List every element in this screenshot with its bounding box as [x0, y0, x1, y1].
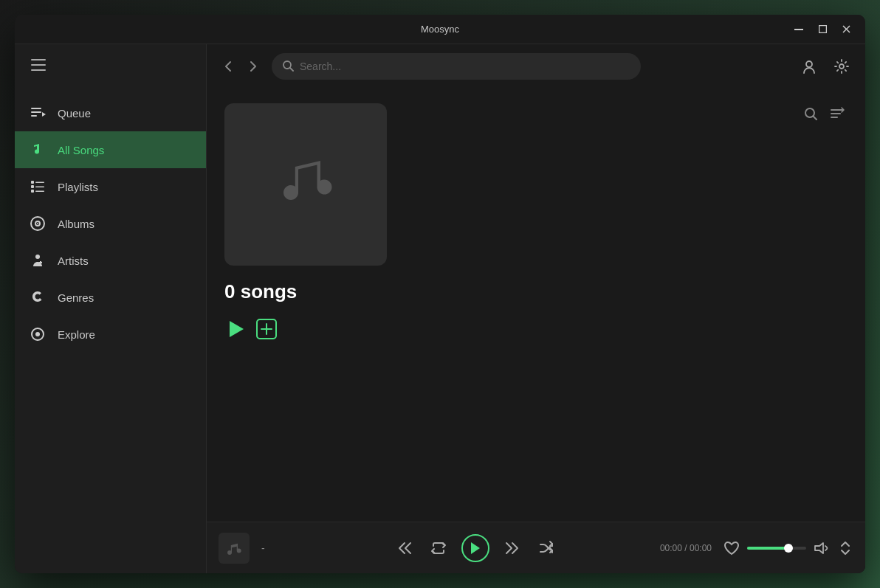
svg-marker-38	[471, 542, 480, 554]
sidebar-item-explore-label: Explore	[58, 328, 95, 341]
search-input[interactable]	[300, 60, 630, 72]
play-all-button[interactable]	[224, 318, 247, 340]
playlist-icon	[30, 179, 46, 195]
music-note-icon	[30, 142, 46, 158]
sidebar-item-queue[interactable]: Queue	[15, 94, 206, 131]
content-actions	[224, 318, 278, 340]
player-album-thumb	[219, 533, 250, 564]
topbar-actions	[797, 55, 853, 78]
add-to-queue-button[interactable]	[255, 318, 278, 340]
svg-point-19	[37, 223, 38, 224]
music-note-large-icon	[272, 145, 339, 225]
sidebar-item-queue-label: Queue	[58, 107, 91, 120]
album-icon	[30, 215, 46, 232]
svg-line-26	[290, 68, 293, 71]
svg-point-24	[35, 332, 40, 336]
sidebar-item-artists[interactable]: Artists	[15, 242, 206, 279]
svg-rect-4	[31, 59, 46, 60]
search-songs-button[interactable]	[800, 103, 821, 128]
svg-rect-15	[35, 187, 44, 188]
sidebar-item-albums-label: Albums	[58, 218, 94, 230]
player-play-button[interactable]	[461, 534, 489, 562]
svg-rect-0	[794, 29, 803, 30]
songs-count: 0 songs	[224, 280, 297, 303]
svg-line-30	[814, 117, 817, 120]
player-time: 00:00 / 00:00	[660, 543, 712, 553]
favorite-button[interactable]	[723, 540, 740, 556]
player-bar: -	[207, 522, 865, 573]
svg-rect-7	[31, 108, 41, 109]
sidebar-item-albums[interactable]: Albums	[15, 205, 206, 242]
volume-fill	[747, 547, 788, 550]
app-title: Moosync	[421, 24, 459, 35]
sidebar-item-genres-label: Genres	[58, 291, 94, 304]
genre-icon	[30, 289, 46, 305]
explore-icon	[30, 326, 46, 342]
repeat-button[interactable]	[427, 537, 450, 559]
hamburger-button[interactable]	[27, 55, 50, 79]
sidebar: Queue All Songs	[15, 44, 207, 573]
close-button[interactable]	[836, 21, 856, 38]
svg-marker-10	[42, 112, 46, 117]
sidebar-item-all-songs-label: All Songs	[58, 144, 104, 156]
svg-rect-12	[31, 185, 34, 188]
main-layout: Queue All Songs	[15, 44, 865, 573]
sidebar-header	[15, 44, 206, 89]
sidebar-item-explore[interactable]: Explore	[15, 316, 206, 353]
svg-marker-34	[230, 321, 244, 337]
forward-button[interactable]	[242, 56, 263, 77]
svg-rect-6	[31, 69, 46, 71]
expand-button[interactable]	[837, 540, 853, 556]
content-toolbar	[800, 103, 848, 128]
profile-button[interactable]	[797, 55, 821, 78]
svg-rect-16	[35, 191, 44, 193]
svg-rect-8	[31, 111, 41, 113]
svg-rect-1	[819, 26, 826, 33]
artist-icon	[30, 252, 46, 269]
sidebar-item-artists-label: Artists	[58, 255, 89, 267]
search-icon	[282, 60, 294, 74]
sidebar-item-playlists[interactable]: Playlists	[15, 168, 206, 205]
search-bar	[272, 53, 641, 80]
fast-forward-button[interactable]	[501, 537, 523, 559]
titlebar: Moosync	[15, 15, 865, 44]
content-area: 0 songs	[207, 44, 865, 573]
player-right	[723, 540, 853, 556]
svg-marker-39	[815, 543, 823, 553]
settings-button[interactable]	[830, 55, 853, 78]
topbar	[207, 44, 865, 89]
volume-bar[interactable]	[747, 547, 806, 550]
svg-rect-9	[31, 115, 37, 117]
maximize-button[interactable]	[812, 21, 833, 38]
svg-rect-5	[31, 64, 46, 66]
sidebar-item-genres[interactable]: Genres	[15, 279, 206, 316]
svg-point-28	[839, 64, 844, 69]
rewind-button[interactable]	[393, 537, 416, 559]
album-art-placeholder	[224, 103, 387, 266]
svg-rect-14	[35, 182, 44, 184]
content-main: 0 songs	[207, 89, 865, 522]
svg-rect-13	[31, 190, 34, 193]
sidebar-nav: Queue All Songs	[15, 89, 206, 573]
queue-icon	[30, 105, 46, 121]
back-button[interactable]	[219, 56, 239, 77]
player-track-name: -	[261, 542, 265, 554]
minimize-button[interactable]	[788, 21, 809, 38]
volume-button[interactable]	[814, 540, 830, 556]
sort-button[interactable]	[827, 103, 848, 128]
shuffle-button[interactable]	[535, 537, 557, 559]
app-window: Moosync	[15, 15, 865, 573]
nav-arrows	[219, 56, 263, 77]
player-track-info: -	[261, 542, 291, 555]
all-songs-content: 0 songs	[224, 103, 848, 340]
svg-rect-11	[31, 181, 34, 184]
window-controls	[788, 21, 856, 38]
sidebar-item-all-songs[interactable]: All Songs	[15, 131, 206, 168]
player-controls	[393, 534, 557, 562]
svg-point-20	[35, 255, 40, 259]
sidebar-item-playlists-label: Playlists	[58, 181, 98, 193]
volume-thumb	[784, 544, 793, 553]
svg-point-27	[806, 61, 812, 67]
